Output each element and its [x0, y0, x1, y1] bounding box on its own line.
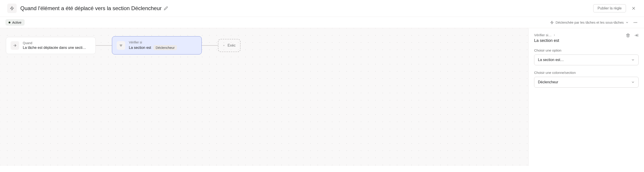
- panel-title-block: Vérifier si… La section est: [534, 33, 559, 43]
- panel-header: Vérifier si… La section est: [534, 33, 638, 43]
- trigger-dropdown[interactable]: Déclenchée par les tâches et les sous-tâ…: [550, 20, 629, 24]
- chevron-down-icon: [626, 21, 629, 24]
- card-label: Vérifier si: [129, 41, 177, 44]
- close-icon[interactable]: [630, 5, 637, 11]
- panel-actions: [626, 33, 638, 38]
- chevron-down-icon: [631, 58, 635, 62]
- condition-card[interactable]: Vérifier si La section est Déclencheur: [112, 36, 202, 55]
- status-dot-icon: [8, 22, 10, 23]
- filter-icon: [117, 41, 125, 50]
- edit-icon[interactable]: [164, 6, 168, 10]
- flow-row: Quand La tâche est déplacée dans une sec…: [6, 36, 240, 55]
- collapse-icon[interactable]: [634, 33, 638, 38]
- publish-button[interactable]: Publier la règle: [593, 4, 626, 12]
- connector-line: [202, 45, 218, 46]
- svg-marker-0: [10, 6, 14, 10]
- breadcrumb[interactable]: Vérifier si…: [534, 33, 559, 37]
- status-bar: Active Déclenchée par les tâches et les …: [0, 17, 644, 28]
- title-wrap: Quand l'élément a été déplacé vers la se…: [20, 5, 168, 11]
- option-field: Choisir une option La section est…: [534, 48, 638, 65]
- status-label: Active: [12, 20, 22, 24]
- trigger-label: Déclenchée par les tâches et les sous-tâ…: [556, 20, 624, 24]
- svg-point-5: [635, 22, 636, 23]
- value-chip: Déclencheur: [154, 45, 177, 50]
- card-body: Vérifier si La section est Déclencheur: [129, 41, 177, 50]
- arrow-right-icon: [10, 41, 19, 50]
- card-label: Quand: [23, 41, 86, 45]
- svg-marker-3: [550, 21, 553, 24]
- add-action-button[interactable]: Exéc: [218, 39, 240, 52]
- column-select[interactable]: Déclencheur: [534, 77, 638, 87]
- svg-point-4: [634, 22, 634, 23]
- option-select[interactable]: La section est…: [534, 55, 638, 65]
- select-value: Déclencheur: [538, 80, 558, 84]
- breadcrumb-text: Vérifier si…: [534, 33, 552, 37]
- column-field: Choisir une colonne/section Déclencheur: [534, 71, 638, 87]
- more-menu-icon[interactable]: [632, 19, 638, 26]
- plus-icon: [223, 43, 225, 48]
- header-left: Quand l'élément a été déplacé vers la se…: [7, 3, 168, 13]
- trigger-card[interactable]: Quand La tâche est déplacée dans une sec…: [6, 37, 96, 54]
- delete-icon[interactable]: [626, 33, 630, 37]
- svg-point-6: [636, 22, 637, 23]
- card-text: La section est Déclencheur: [129, 45, 177, 50]
- bolt-small-icon: [550, 21, 554, 24]
- page-title: Quand l'élément a été déplacé vers la se…: [20, 5, 162, 11]
- header: Quand l'élément a été déplacé vers la se…: [0, 0, 644, 17]
- header-right: Publier la règle: [593, 4, 637, 12]
- card-text-prefix: La section est: [129, 46, 151, 50]
- field-label: Choisir une colonne/section: [534, 71, 638, 75]
- chevron-right-icon: [553, 34, 556, 36]
- status-badge[interactable]: Active: [6, 19, 24, 26]
- status-right: Déclenchée par les tâches et les sous-tâ…: [550, 19, 638, 26]
- chevron-down-icon: [631, 80, 635, 84]
- card-text: La tâche est déplacée dans une secti…: [23, 46, 86, 50]
- field-label: Choisir une option: [534, 48, 638, 52]
- bolt-icon: [7, 3, 17, 13]
- connector-line: [96, 45, 112, 46]
- panel-title: La section est: [534, 38, 559, 43]
- select-value: La section est…: [538, 58, 564, 62]
- canvas: Quand La tâche est déplacée dans une sec…: [0, 28, 644, 166]
- card-body: Quand La tâche est déplacée dans une sec…: [23, 41, 86, 50]
- add-label: Exéc: [228, 43, 236, 48]
- details-panel: Vérifier si… La section est Choisir une …: [528, 28, 644, 166]
